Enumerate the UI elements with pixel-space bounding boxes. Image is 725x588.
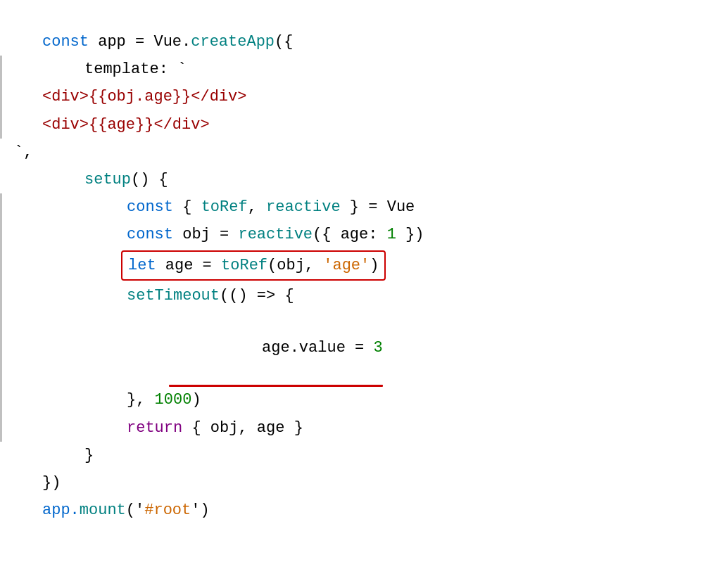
method-mount: mount	[80, 498, 126, 523]
age-value-assignment: age.value = 3	[169, 311, 383, 385]
template-obj-age: <div>{{obj.age}}</div>	[42, 84, 246, 109]
line-3: <div>{{obj.age}}</div>	[0, 83, 725, 110]
line-16: app.mount('#root')	[0, 497, 725, 524]
toref-name: toRef	[201, 195, 248, 219]
template-key: template	[84, 57, 159, 82]
obj-equals: obj =	[173, 222, 238, 247]
toref-args-2: )	[370, 253, 379, 278]
setup-parens: () {	[131, 167, 168, 192]
keyword-const-2: const	[127, 195, 173, 219]
toref-args-1: (obj,	[267, 253, 323, 278]
setup-close-brace: }	[84, 443, 94, 468]
value-3: 3	[373, 339, 382, 357]
line-13: return { obj, age }	[0, 414, 725, 442]
reactive-args-1: ({ age:	[313, 222, 387, 247]
line-9: let age = toRef(obj, 'age')	[0, 249, 725, 282]
line-8: const obj = reactive({ age: 1 })	[0, 221, 725, 248]
line-14-content: }	[0, 443, 94, 468]
method-createapp: createApp	[191, 30, 275, 54]
line-6-content: setup() {	[0, 167, 168, 192]
settimeout-arrow: (() => {	[220, 283, 294, 308]
line-11: age.value = 3	[0, 309, 725, 387]
line-10: setTimeout(() => {	[0, 282, 725, 309]
code-block: const app = Vue.createApp({ template: ` …	[0, 28, 725, 524]
comma-space: ,	[248, 195, 266, 219]
line-12-content: }, 1000)	[0, 388, 201, 412]
var-app: app	[98, 30, 126, 54]
line-1-content: const app = Vue.createApp({	[0, 30, 293, 54]
line-6: setup() {	[0, 166, 725, 193]
line-15-content: })	[0, 471, 61, 495]
line-7-content: const { toRef, reactive } = Vue	[0, 195, 415, 219]
string-age: 'age'	[323, 253, 370, 278]
destructure-close: } = Vue	[341, 195, 415, 219]
destructure-open: {	[173, 195, 201, 219]
highlight-toref-line: let age = toRef(obj, 'age')	[121, 250, 386, 281]
line-3-content: <div>{{obj.age}}</div>	[0, 84, 246, 109]
settimeout-call: setTimeout	[127, 283, 220, 308]
toref-call: toRef	[221, 253, 267, 278]
template-age: <div>{{age}}</div>	[42, 113, 210, 137]
mount-paren-1: ('	[126, 498, 144, 523]
timeout-value: 1000	[155, 388, 192, 412]
line-14: }	[0, 442, 725, 469]
brace-open: ({	[275, 30, 293, 54]
settimeout-paren: )	[191, 388, 201, 412]
line-9-content: let age = toRef(obj, 'age')	[0, 250, 386, 281]
line-4-content: <div>{{age}}</div>	[0, 113, 210, 137]
equals: = Vue.	[126, 30, 191, 54]
keyword-let: let	[128, 253, 156, 278]
line-10-content: setTimeout(() => {	[0, 283, 294, 308]
createapp-close: })	[42, 471, 61, 495]
value-1: 1	[387, 222, 396, 247]
method-setup: setup	[84, 167, 131, 192]
line-4: <div>{{age}}</div>	[0, 111, 725, 139]
app-dot: app.	[42, 498, 80, 523]
line-7: const { toRef, reactive } = Vue	[0, 193, 725, 221]
selector-root: #root	[144, 498, 191, 523]
line-15: })	[0, 469, 725, 497]
keyword-return: return	[127, 416, 182, 440]
return-value: { obj, age }	[182, 416, 303, 440]
line-2-content: template: `	[0, 57, 187, 82]
age-equals: age =	[156, 253, 221, 278]
line-1: const app = Vue.createApp({	[0, 28, 725, 56]
line-12: }, 1000)	[0, 386, 725, 414]
mount-paren-2: ')	[191, 498, 209, 523]
line-13-content: return { obj, age }	[0, 416, 303, 440]
reactive-args-2: })	[396, 222, 424, 247]
settimeout-close: },	[127, 388, 155, 412]
line-11-content: age.value = 3	[0, 311, 383, 385]
code-container: const app = Vue.createApp({ template: ` …	[0, 14, 725, 588]
line-8-content: const obj = reactive({ age: 1 })	[0, 222, 424, 247]
line-5: `,	[0, 139, 725, 166]
line-5-content: `,	[0, 140, 32, 165]
colon-backtick: : `	[159, 57, 187, 82]
reactive-name: reactive	[266, 195, 341, 219]
backtick-comma: `,	[14, 140, 32, 165]
reactive-call: reactive	[238, 222, 313, 247]
keyword-const-3: const	[127, 222, 173, 247]
age-value-text: age.value =	[262, 339, 373, 357]
line-16-content: app.mount('#root')	[0, 498, 210, 523]
line-2: template: `	[0, 56, 725, 83]
keyword-const: const	[42, 30, 98, 54]
